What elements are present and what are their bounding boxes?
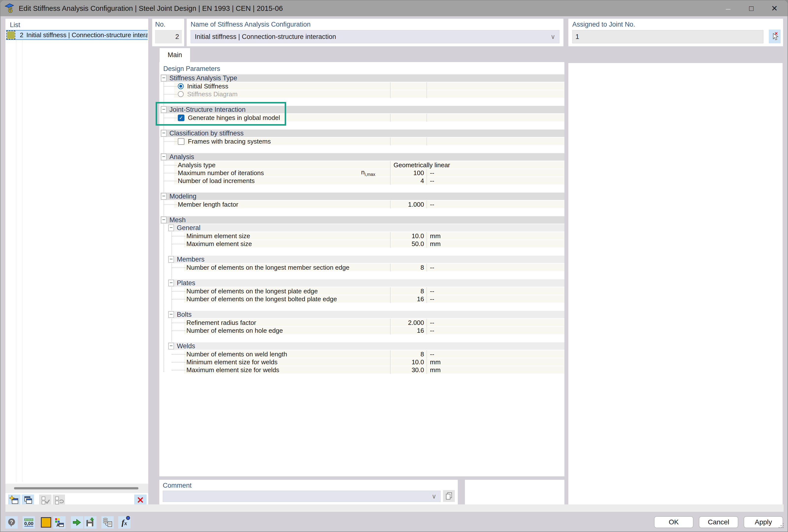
collapse-icon[interactable]: − (169, 256, 174, 262)
param-label: Member length factor (178, 201, 238, 209)
param-value[interactable]: Geometrically linear (390, 161, 565, 169)
ok-button[interactable]: OK (654, 516, 693, 528)
import-library-button[interactable] (101, 516, 114, 529)
collapse-icon[interactable]: − (161, 106, 166, 113)
param-label: Number of elements on the longest member… (186, 264, 350, 271)
comment-combobox[interactable]: ∨ (163, 491, 440, 502)
param-label-cell: Initial Stiffness (161, 82, 390, 90)
design-parameters-heading: Design Parameters (163, 65, 220, 73)
export-settings-button[interactable] (71, 516, 83, 529)
param-unit: -- (427, 169, 565, 177)
group-label: Welds (177, 342, 195, 350)
param-label-cell: Refinement radius factor (161, 319, 390, 327)
param-row-minimum-element-size-for-welds: Minimum element size for welds10.0mm (161, 358, 565, 366)
color-swatch-button[interactable] (40, 516, 52, 529)
close-button[interactable]: ✕ (763, 0, 786, 16)
comment-copy-button[interactable] (443, 490, 455, 502)
param-unit: mm (427, 232, 565, 240)
param-label: Maximum element size for welds (186, 366, 279, 374)
list-hscroll-track[interactable] (5, 484, 148, 493)
tab-main[interactable]: Main (159, 48, 190, 62)
param-value[interactable]: 50.0 (390, 240, 427, 248)
param-label-cell: Maximum element size for welds (161, 366, 390, 374)
group-label: Analysis (170, 153, 194, 161)
param-value[interactable] (390, 90, 427, 98)
param-value[interactable]: 10.0 (390, 358, 427, 366)
param-value[interactable]: 16 (390, 327, 427, 334)
collapse-icon[interactable]: − (169, 343, 174, 349)
minimize-button[interactable]: – (716, 0, 740, 16)
param-value[interactable]: 1.000 (390, 200, 427, 209)
param-unit: -- (427, 319, 565, 327)
formula-button[interactable]: fx (118, 516, 131, 529)
save-defaults-button[interactable] (84, 516, 97, 529)
apply-button[interactable]: Apply (744, 516, 783, 528)
param-symbol: ni,max (361, 169, 390, 177)
collapse-icon[interactable]: − (169, 280, 174, 286)
param-group-plates[interactable]: −Plates (168, 279, 565, 287)
param-label: Maximum number of iterations (178, 169, 264, 177)
param-value[interactable] (390, 114, 427, 122)
param-group-analysis[interactable]: −Analysis (161, 153, 565, 161)
collapse-icon[interactable]: − (169, 224, 174, 231)
param-value[interactable]: 4 (390, 177, 427, 185)
comment-copy-icon (445, 491, 453, 501)
resize-grip[interactable] (779, 523, 784, 528)
radio-stiffness-diagram[interactable] (178, 91, 184, 97)
units-settings-button[interactable]: 0,00 (23, 516, 35, 529)
param-value[interactable] (390, 82, 427, 90)
pick-joint-button[interactable]: ✕ (769, 29, 781, 43)
param-group-stiffness-analysis-type[interactable]: −Stiffness Analysis Type (161, 74, 565, 82)
collapse-icon[interactable]: − (161, 193, 166, 199)
param-value[interactable]: 100 (390, 169, 427, 177)
new-configuration-icon (9, 495, 19, 506)
list-hscroll-thumb[interactable] (14, 487, 138, 489)
param-value[interactable]: 16 (390, 295, 427, 303)
param-value[interactable]: 10.0 (390, 232, 427, 240)
param-group-modeling[interactable]: −Modeling (161, 193, 565, 200)
param-unit (427, 82, 565, 90)
param-row-number-of-elements-on-the-longest-member-section-edge: Number of elements on the longest member… (161, 263, 565, 271)
import-library-icon (102, 517, 113, 528)
param-value[interactable]: 2.000 (390, 319, 427, 327)
cancel-button[interactable]: Cancel (699, 516, 738, 528)
group-label: General (177, 224, 200, 232)
collapse-icon[interactable]: − (161, 75, 166, 81)
param-label: Stiffness Diagram (187, 91, 238, 98)
param-value[interactable]: 8 (390, 350, 427, 358)
param-value[interactable]: 30.0 (390, 366, 427, 374)
param-group-general[interactable]: −General (168, 224, 565, 232)
collapse-icon[interactable]: − (161, 154, 166, 160)
config-color-swatch (7, 31, 15, 39)
name-combobox[interactable]: Initial stiffness | Connection-structure… (191, 30, 559, 43)
param-group-members[interactable]: −Members (168, 256, 565, 263)
param-group-bolts[interactable]: −Bolts (168, 311, 565, 318)
param-group-welds[interactable]: −Welds (168, 342, 565, 350)
maximize-button[interactable]: □ (740, 0, 763, 16)
help-button[interactable]: ? (5, 516, 18, 529)
table-spacer (161, 185, 565, 193)
param-value[interactable]: 8 (390, 263, 427, 271)
param-unit: mm (427, 358, 565, 366)
collapse-icon[interactable]: − (161, 217, 166, 223)
param-value[interactable]: 8 (390, 287, 427, 295)
param-row-refinement-radius-factor: Refinement radius factor2.000-- (161, 319, 565, 327)
checkbox-frames-with-bracing-systems[interactable] (178, 138, 184, 145)
param-label: Analysis type (178, 161, 215, 169)
collapse-icon[interactable]: − (169, 311, 174, 318)
param-group-mesh[interactable]: −Mesh (161, 216, 565, 224)
param-group-joint-structure-interaction[interactable]: −Joint-Structure Interaction (161, 106, 565, 113)
param-row-number-of-elements-on-hole-edge: Number of elements on hole edge16-- (161, 327, 565, 334)
param-group-classification-by-stiffness[interactable]: −Classification by stiffness (161, 130, 565, 137)
param-value[interactable] (390, 137, 427, 145)
svg-text:?: ? (10, 519, 13, 525)
units-label: 0,00 (24, 521, 34, 527)
param-label: Generate hinges in global model (188, 114, 280, 122)
list-item-selected[interactable]: 2 Initial stiffness | Connection-structu… (6, 30, 148, 40)
titlebar[interactable]: 6 Edit Stiffness Analysis Configuration … (0, 0, 788, 16)
pick-joint-icon: ✕ (770, 32, 779, 41)
display-properties-button[interactable]: A (53, 516, 65, 529)
collapse-icon[interactable]: − (161, 130, 166, 136)
radio-initial-stiffness[interactable] (178, 83, 184, 89)
checkbox-generate-hinges-in-global-model[interactable]: ✓ (178, 115, 184, 121)
